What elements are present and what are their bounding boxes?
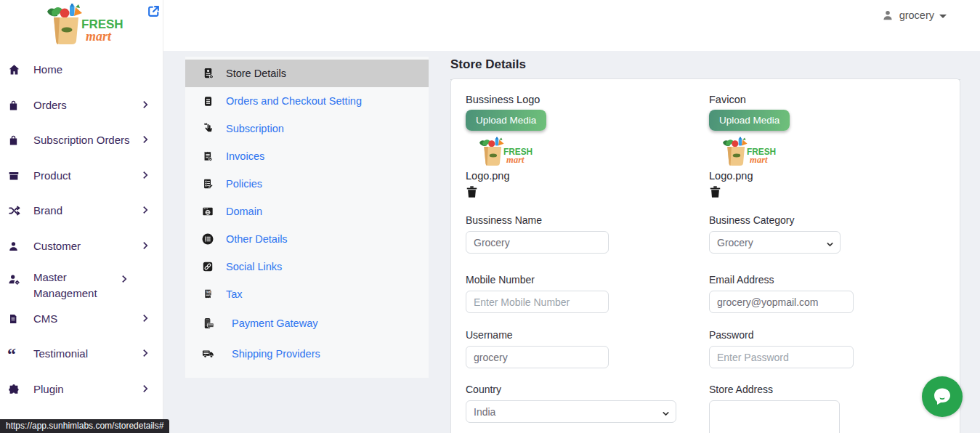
settings-item-tax[interactable]: TAX Tax bbox=[185, 280, 429, 308]
sidebar-item-brand[interactable]: Brand bbox=[0, 193, 163, 229]
settings-item-other-details[interactable]: Other Details bbox=[185, 225, 429, 253]
settings-item-social-links[interactable]: Social Links bbox=[185, 253, 429, 280]
user-icon bbox=[881, 9, 894, 22]
sidebar-item-home[interactable]: Home bbox=[0, 52, 163, 88]
settings-item-subscription[interactable]: Subscription bbox=[185, 115, 429, 142]
sidebar-item-subscription-orders[interactable]: Subscription Orders bbox=[0, 123, 163, 158]
field-label: Bussiness Name bbox=[466, 214, 609, 226]
sidebar-item-label: Brand bbox=[32, 203, 140, 219]
chevron-right-icon bbox=[140, 100, 152, 111]
business-logo-preview bbox=[473, 137, 537, 167]
trash-icon[interactable] bbox=[466, 185, 478, 198]
email-address-group: Email Address bbox=[709, 274, 854, 313]
document-icon bbox=[7, 312, 23, 326]
settings-item-label: Payment Gateway bbox=[226, 317, 317, 329]
business-category-group: Business Category Grocery bbox=[709, 214, 841, 254]
store-address-textarea[interactable] bbox=[709, 400, 840, 433]
bag-icon bbox=[7, 98, 23, 113]
business-category-select[interactable]: Grocery bbox=[709, 231, 841, 254]
invoices-icon bbox=[201, 150, 215, 163]
password-input[interactable] bbox=[709, 346, 854, 368]
field-label: Store Address bbox=[709, 384, 840, 395]
settings-item-label: Store Details bbox=[226, 68, 286, 79]
sidebar-item-testimonial[interactable]: “ Testimonial bbox=[0, 336, 163, 372]
sidebar-item-label: Testimonial bbox=[32, 346, 140, 362]
chevron-right-icon bbox=[140, 170, 152, 182]
sidebar-item-plugin[interactable]: Plugin bbox=[0, 372, 163, 408]
field-label: Password bbox=[709, 329, 854, 341]
trash-icon[interactable] bbox=[709, 185, 721, 198]
settings-item-label: Social Links bbox=[226, 261, 282, 272]
brand-logo[interactable] bbox=[40, 3, 127, 48]
home-icon bbox=[7, 62, 23, 77]
other-details-icon bbox=[201, 232, 215, 246]
sidebar-item-label: Home bbox=[32, 62, 152, 78]
mobile-number-input[interactable] bbox=[466, 291, 609, 313]
uploaded-filename: Logo.png bbox=[466, 170, 546, 182]
settings-item-payment-gateway[interactable]: Payment Gateway bbox=[185, 308, 429, 339]
settings-item-store-details[interactable]: Store Details bbox=[185, 60, 429, 87]
upload-media-button[interactable]: Upload Media bbox=[709, 110, 790, 131]
business-name-input[interactable] bbox=[466, 231, 609, 254]
settings-item-domain[interactable]: Domain bbox=[185, 198, 429, 225]
quote-icon: “ bbox=[7, 347, 23, 361]
favicon-upload: Favicon Upload Media Logo.png bbox=[709, 94, 790, 201]
business-name-group: Bussiness Name bbox=[466, 214, 609, 254]
store-details-card: Bussiness Logo Upload Media Logo.png Bus… bbox=[450, 78, 960, 433]
chevron-right-icon bbox=[140, 384, 152, 395]
person-icon bbox=[7, 239, 23, 254]
sidebar: Home Orders Subscription Orders bbox=[0, 0, 163, 433]
field-label: Country bbox=[466, 384, 676, 395]
subscription-icon bbox=[201, 122, 215, 136]
chat-widget-button[interactable] bbox=[922, 376, 963, 417]
shipping-icon bbox=[201, 347, 215, 361]
external-link-icon[interactable] bbox=[147, 4, 161, 18]
email-address-input[interactable] bbox=[709, 291, 854, 313]
sidebar-item-label: Customer bbox=[32, 238, 140, 254]
username-input[interactable] bbox=[466, 346, 609, 368]
chevron-right-icon bbox=[140, 348, 152, 360]
sidebar-item-label: Orders bbox=[32, 97, 140, 113]
settings-item-invoices[interactable]: Invoices bbox=[185, 142, 429, 170]
upload-media-button[interactable]: Upload Media bbox=[466, 110, 546, 131]
password-group: Password bbox=[709, 329, 854, 368]
sidebar-item-orders[interactable]: Orders bbox=[0, 88, 163, 124]
user-dropdown[interactable]: grocery bbox=[881, 9, 947, 22]
settings-item-shipping-providers[interactable]: Shipping Providers bbox=[185, 339, 429, 369]
bag-icon bbox=[7, 133, 23, 147]
sidebar-item-label: Product bbox=[32, 168, 140, 184]
policies-icon bbox=[201, 177, 215, 191]
field-label: Favicon bbox=[709, 94, 790, 105]
tax-icon: TAX bbox=[201, 288, 215, 302]
settings-item-label: Invoices bbox=[226, 150, 264, 162]
chevron-right-icon bbox=[140, 134, 152, 146]
chevron-right-icon bbox=[140, 205, 152, 216]
sidebar-item-product[interactable]: Product bbox=[0, 158, 163, 194]
chevron-right-icon bbox=[140, 240, 152, 252]
main-content: Store Details Orders and Checkout Settin… bbox=[163, 51, 980, 433]
settings-item-label: Subscription bbox=[226, 123, 284, 134]
country-group: Country India bbox=[466, 384, 676, 423]
mobile-number-group: Mobile Number bbox=[466, 274, 609, 313]
store-details-icon bbox=[201, 67, 215, 81]
chat-bubble-icon bbox=[931, 386, 953, 408]
sidebar-item-label: CMS bbox=[32, 311, 140, 327]
chevron-right-icon bbox=[119, 274, 131, 286]
sidebar-item-customer[interactable]: Customer bbox=[0, 229, 163, 264]
settings-item-policies[interactable]: Policies bbox=[185, 170, 429, 198]
shuffle-icon bbox=[7, 203, 23, 218]
caret-down-icon bbox=[939, 15, 947, 18]
sidebar-item-master-management[interactable]: Master Management bbox=[0, 264, 163, 302]
settings-item-orders-checkout[interactable]: Orders and Checkout Setting bbox=[185, 87, 429, 115]
app-root: FRESH mart Home O bbox=[0, 0, 980, 433]
sidebar-item-label: Master Management bbox=[32, 270, 119, 302]
settings-item-label: Tax bbox=[226, 288, 243, 300]
field-label: Mobile Number bbox=[466, 274, 609, 286]
puzzle-icon bbox=[7, 382, 23, 397]
box-icon bbox=[7, 169, 23, 183]
country-select[interactable]: India bbox=[466, 400, 676, 423]
user-name: grocery bbox=[899, 9, 934, 21]
chevron-right-icon bbox=[140, 313, 152, 325]
social-links-icon bbox=[201, 260, 215, 274]
sidebar-item-cms[interactable]: CMS bbox=[0, 302, 163, 337]
